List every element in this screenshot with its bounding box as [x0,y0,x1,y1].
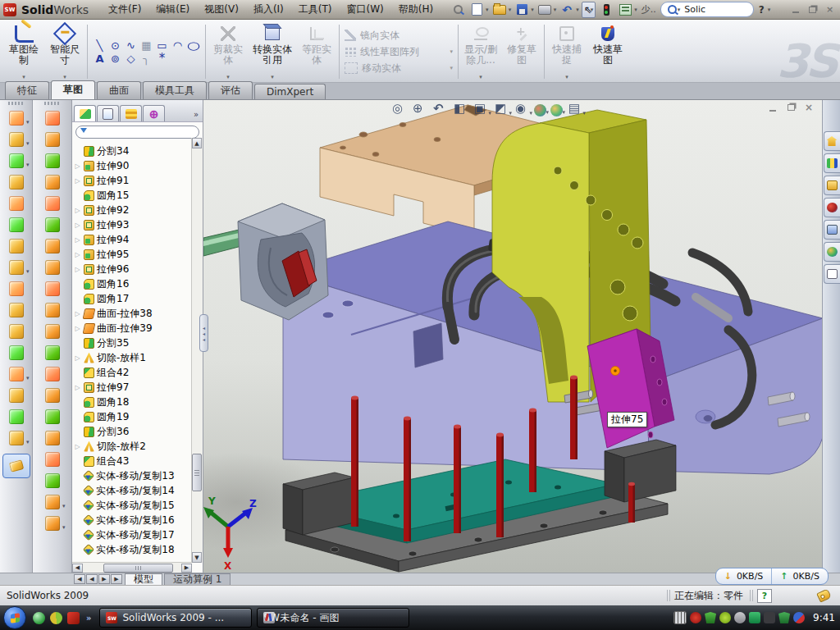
tree-expander[interactable] [74,162,81,170]
solidworks-resources-icon[interactable] [824,131,840,151]
featuremanager-tab[interactable] [74,105,96,121]
tree-item[interactable]: 拉伸96 [74,262,191,276]
undo-dropdown[interactable]: ▾ [576,7,579,13]
search-icon[interactable] [824,198,840,217]
move-entities-button[interactable]: 移动实体 ▾ [345,62,453,75]
tree-expander[interactable] [74,325,81,332]
keyboard-icon[interactable] [673,611,687,624]
defender-icon[interactable] [778,612,790,623]
3d-model-canvas[interactable]: Y Z X [203,100,822,573]
performance-button[interactable] [598,2,614,17]
boundary-surface-icon[interactable] [40,321,65,342]
cavity-icon[interactable] [40,385,65,406]
print-dropdown[interactable]: ▾ [554,7,557,13]
network-icon[interactable] [793,612,805,623]
graphics-viewport[interactable]: Y Z X × 拉伸75 [203,100,822,573]
doc-close-button[interactable]: × [802,102,815,113]
core-icon[interactable] [40,363,65,385]
new-dropdown[interactable]: ▾ [486,7,489,13]
tree-item[interactable]: 圆角15 [74,188,191,203]
section-view-icon[interactable] [452,101,468,117]
antivirus-icon[interactable] [690,612,701,623]
insert-mold-folder-icon[interactable] [40,257,65,278]
tree-expander[interactable] [74,354,81,362]
doc-minimize-button[interactable] [766,102,779,113]
save-button[interactable] [514,2,530,17]
zoom-to-fit-icon[interactable] [390,101,407,117]
scroll-down-arrow[interactable]: ▼ [192,552,202,563]
search-box[interactable]: ▾ [660,2,754,17]
arc-icon[interactable] [171,39,185,52]
pin-icon[interactable] [450,2,466,17]
undo-button[interactable]: ↶ [559,2,575,17]
scroll-left-arrow[interactable]: ◀ [72,564,83,573]
zoom-to-area-icon[interactable] [411,101,427,117]
minimize-button[interactable] [788,3,802,16]
tree-item[interactable]: 拉伸95 [74,247,191,262]
helix-icon[interactable] [4,427,29,449]
tree-item[interactable]: 分割36 [74,424,191,439]
view-palette-icon[interactable] [824,220,840,240]
close-button[interactable]: × [823,3,837,16]
tree-item[interactable]: 实体-移动/复制16 [74,513,191,527]
quick-tips-button[interactable]: ? [757,589,772,603]
display-style-icon[interactable] [493,101,509,117]
swept-boss-icon[interactable] [4,171,29,193]
quick-snaps-button[interactable]: 快速捕捉 ▾ [546,21,587,82]
file-explorer-icon[interactable] [824,176,840,195]
tree-horizontal-scrollbar[interactable]: ◀ ▶ [72,562,192,573]
scroll-up-arrow[interactable]: ▲ [192,138,202,148]
fillet-icon[interactable] [4,150,29,171]
box-selection-icon[interactable] [139,39,153,52]
ribbon-tab[interactable]: 曲面 [97,81,141,99]
tree-item[interactable]: 拉伸92 [74,203,191,217]
tree-item[interactable]: 拉伸93 [74,217,191,232]
panel-splitter-handle[interactable]: ◂◂◂ [199,314,208,352]
badge-icon[interactable] [719,612,731,623]
tree-expander[interactable] [74,266,81,273]
restore-button[interactable] [806,3,819,16]
extruded-cut-icon[interactable] [4,129,29,150]
open-dropdown[interactable]: ▾ [509,7,512,13]
tree-item[interactable]: 圆角18 [74,395,191,409]
plane-icon[interactable] [4,385,29,406]
rapid-sketch-button[interactable]: 快速草图 [587,21,628,82]
knit-surface-icon[interactable] [40,278,65,299]
slot-icon[interactable] [108,52,122,65]
tree-item[interactable]: 分割34 [74,144,191,158]
reference-geometry-icon[interactable] [4,235,29,257]
line-icon[interactable] [93,39,107,52]
ribbon-tab[interactable]: 模具工具 [143,81,207,99]
tab-prev-button[interactable]: ◀ [86,574,98,584]
tree-item[interactable]: 圆角17 [74,291,191,306]
scroll-thumb[interactable] [103,564,173,573]
menu-item[interactable]: 视图(V) [198,1,245,18]
tree-expander[interactable] [74,443,81,450]
split-icon[interactable] [4,299,29,321]
search-dropdown[interactable]: ▾ [678,7,681,13]
combine-icon[interactable] [4,321,29,342]
tree-expander[interactable] [74,236,81,244]
trim-entities-button[interactable]: 剪裁实体 ▾ [208,21,249,82]
tree-expander[interactable] [74,310,81,317]
scale-icon[interactable] [40,406,65,427]
convert-entities-button[interactable]: 转换实体引用 ▾ [249,21,296,82]
ribbon-tab[interactable]: 评估 [208,81,253,99]
hide-show-items-icon[interactable] [514,101,530,117]
offset-surface-icon[interactable] [40,449,65,470]
undercut-detection-icon[interactable] [40,193,65,214]
linear-pattern-icon[interactable] [4,257,29,278]
menu-item[interactable]: 工具(T) [292,1,339,18]
tree-expander[interactable] [74,207,81,214]
rib-icon[interactable] [4,278,29,299]
bottom-tab[interactable]: 运动算例 1 [164,573,231,586]
toolbar-overflow-label[interactable]: 少.. [641,3,656,16]
sketch-fillet-icon[interactable] [139,52,153,65]
solidworks-icon[interactable] [67,612,80,624]
rectangle-icon[interactable] [155,39,169,52]
text-icon[interactable] [93,52,107,65]
trim-surface-icon[interactable] [40,513,65,534]
tree-item[interactable]: 组合43 [74,454,191,468]
dimxpertmanager-tab[interactable] [143,105,165,121]
start-button[interactable] [3,606,26,629]
